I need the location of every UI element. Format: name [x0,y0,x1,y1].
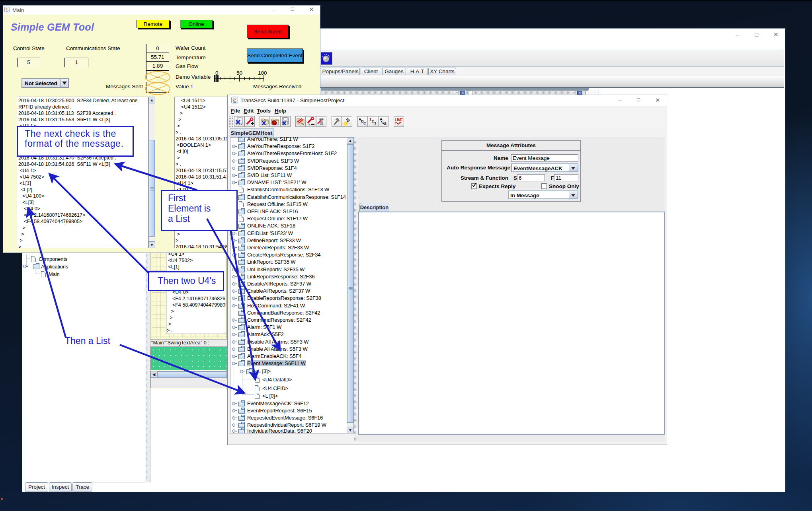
svg-text:2: 2 [372,119,374,123]
svg-text:---: --- [156,86,160,92]
svg-text:3: 3 [374,121,376,125]
svg-text:1: 1 [369,117,371,121]
svg-text:A: A [380,117,383,121]
svg-text:LIVE: LIVE [395,117,403,122]
svg-text:---: --- [156,75,160,80]
svg-text:C: C [363,121,366,125]
svg-text:Z: Z [384,121,386,126]
